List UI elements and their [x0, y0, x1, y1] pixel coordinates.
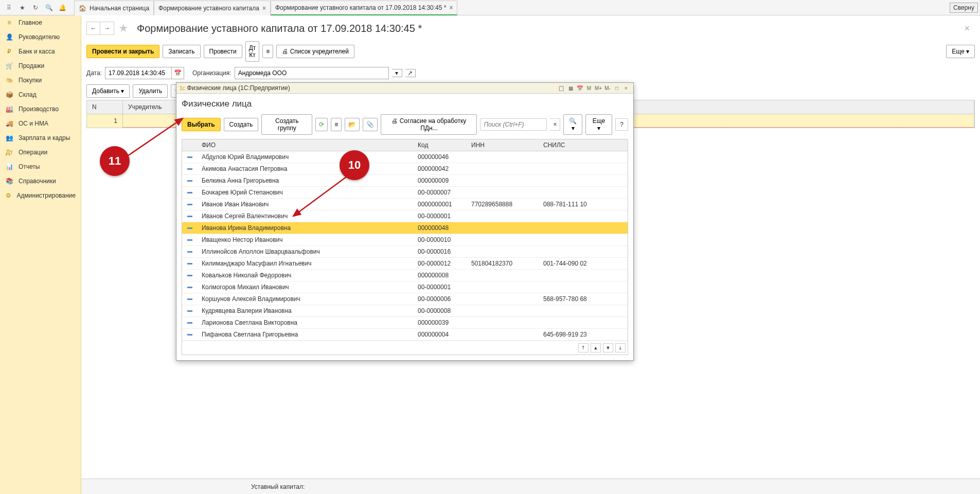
- date-picker-button[interactable]: 📅: [172, 67, 184, 79]
- nav-reports[interactable]: 📊Отчеты: [0, 160, 81, 174]
- table-row[interactable]: ▬ Ковальков Николай Федорович 000000008: [182, 270, 628, 281]
- table-row[interactable]: ▬ Белкина Анна Григорьевна 000000009: [182, 175, 628, 187]
- date-input[interactable]: [105, 67, 172, 79]
- scroll-down-button[interactable]: ▼: [603, 343, 613, 352]
- clear-search-button[interactable]: ×: [550, 118, 560, 131]
- table-row[interactable]: ▬ Иванов Сергей Валентинович 00-0000001: [182, 210, 628, 222]
- table-row[interactable]: ▬ Бочкарев Юрий Степанович 00-0000007: [182, 187, 628, 199]
- persons-table: ФИО Код ИНН СНИЛС ▬ Абдулов Юрий Владими…: [182, 139, 628, 355]
- save-button[interactable]: Записать: [163, 45, 200, 58]
- header-fio[interactable]: ФИО: [198, 139, 414, 151]
- founders-list-button[interactable]: 🖨 Список учредителей: [276, 45, 354, 58]
- cal-icon[interactable]: 📅: [576, 85, 584, 91]
- back-button[interactable]: ←: [87, 22, 100, 34]
- table-row[interactable]: ▬ Абдулов Юрий Владимирович 000000046: [182, 151, 628, 163]
- more-button[interactable]: Еще ▾: [946, 45, 975, 58]
- table-row[interactable]: ▬ Иванов Иван Иванович 0000000001 770289…: [182, 199, 628, 210]
- apps-icon[interactable]: ⠿: [2, 1, 15, 15]
- table-row[interactable]: ▬ Иллинойсов Аполлон Шварцваальфович 00-…: [182, 246, 628, 258]
- close-icon[interactable]: ×: [449, 4, 453, 11]
- table-row[interactable]: ▬ Иващенко Нестор Иванович 00-0000010: [182, 234, 628, 246]
- scroll-bottom-button[interactable]: ⤓: [615, 343, 626, 352]
- search-input[interactable]: [480, 118, 547, 131]
- table-row[interactable]: ▬ Колмогоров Михаил Иванович 00-0000001: [182, 281, 628, 293]
- collapse-button[interactable]: Сверну: [950, 3, 978, 13]
- post-button[interactable]: Провести: [204, 45, 242, 58]
- list-body[interactable]: ▬ Абдулов Юрий Владимирович 000000046 ▬ …: [182, 151, 628, 341]
- post-close-button[interactable]: Провести и закрыть: [86, 45, 159, 58]
- tab-doc1[interactable]: Формирование уставного капитала ×: [154, 1, 271, 15]
- search-options-button[interactable]: 🔍 ▾: [563, 114, 582, 135]
- folder-button[interactable]: 📂: [345, 118, 360, 131]
- nav-label: Руководителю: [19, 33, 60, 41]
- bell-icon[interactable]: 🔔: [56, 1, 69, 15]
- m-minus-icon[interactable]: M-: [603, 85, 612, 91]
- tab-home[interactable]: 🏠 Начальная страница: [74, 1, 154, 15]
- calc-icon[interactable]: 📋: [557, 85, 565, 91]
- popup-more-button[interactable]: Еще ▾: [585, 114, 613, 135]
- cell-snils: [539, 270, 628, 281]
- scroll-up-button[interactable]: ▲: [591, 343, 601, 352]
- maximize-icon[interactable]: □: [613, 85, 621, 91]
- add-button[interactable]: Добавить ▾: [86, 84, 130, 98]
- select-button[interactable]: Выбрать: [182, 118, 221, 131]
- dt-kt-button[interactable]: ДтКт: [245, 41, 260, 62]
- nav-purchases[interactable]: 🛍Покупки: [0, 73, 81, 87]
- favorite-icon[interactable]: ★: [118, 22, 129, 35]
- create-button[interactable]: Создать: [224, 118, 259, 131]
- header-snils[interactable]: СНИЛС: [539, 139, 628, 151]
- table-row[interactable]: ▬ Килиманджаро Масуфаил Игнатьевич 00-00…: [182, 258, 628, 270]
- cell-fio: Килиманджаро Масуфаил Игнатьевич: [198, 258, 414, 269]
- close-icon[interactable]: ×: [262, 5, 266, 12]
- nav-production[interactable]: 🏭Производство: [0, 102, 81, 116]
- nav-admin[interactable]: ⚙Администрирование: [0, 188, 81, 203]
- delete-button[interactable]: Удалить: [133, 84, 168, 98]
- gear-icon: ⚙: [5, 192, 12, 199]
- help-button[interactable]: ?: [615, 118, 628, 131]
- dt-icon: Дт: [5, 149, 13, 156]
- table-row[interactable]: ▬ Акимова Анастасия Петровна 000000042: [182, 163, 628, 175]
- list-button[interactable]: ≡: [262, 45, 273, 58]
- m-plus-icon[interactable]: M+: [594, 85, 602, 91]
- nav-manager[interactable]: 👤Руководителю: [0, 30, 81, 44]
- nav-operations[interactable]: ДтОперации: [0, 145, 81, 160]
- create-group-button[interactable]: Создать группу: [261, 114, 312, 135]
- list-view-button[interactable]: ≡: [331, 118, 342, 131]
- header-inn[interactable]: ИНН: [467, 139, 539, 151]
- org-dropdown-button[interactable]: ▾: [392, 69, 402, 77]
- popup-title-bar[interactable]: 1с Физические лица (1C:Предприятие) 📋 ▦ …: [176, 83, 633, 94]
- cell-fio: Ковальков Николай Федорович: [198, 270, 414, 281]
- consent-button[interactable]: 🖨 Согласие на обработку ПДн...: [381, 114, 477, 135]
- nav-hr[interactable]: 👥Зарплата и кадры: [0, 131, 81, 145]
- org-open-button[interactable]: ↗: [405, 69, 416, 77]
- grid-icon[interactable]: ▦: [566, 85, 575, 91]
- scroll-top-button[interactable]: ⤒: [578, 343, 589, 352]
- m-icon[interactable]: M: [585, 85, 593, 91]
- table-row[interactable]: ▬ Коршунов Алексей Владимирович 00-00000…: [182, 293, 628, 305]
- item-icon: ▬: [182, 151, 198, 163]
- nav-main[interactable]: ≡Главное: [0, 15, 81, 30]
- table-row[interactable]: ▬ Кудрявцева Валерия Ивановна 00-0000008: [182, 305, 628, 317]
- close-page-button[interactable]: ×: [959, 23, 975, 34]
- nav-assets[interactable]: 🚚ОС и НМА: [0, 116, 81, 131]
- table-row[interactable]: ▬ Пифанова Светлана Григорьевна 00000000…: [182, 329, 628, 341]
- nav-warehouse[interactable]: 📦Склад: [0, 87, 81, 102]
- popup-close-icon[interactable]: ×: [622, 85, 630, 91]
- nav-label: Продажи: [19, 62, 44, 69]
- forward-button[interactable]: →: [100, 22, 114, 34]
- org-input[interactable]: [235, 67, 389, 79]
- search-icon[interactable]: 🔍: [42, 1, 56, 15]
- table-row[interactable]: ▬ Иванова Ирина Владимировна 000000048: [182, 222, 628, 234]
- cell-fio: Иванова Ирина Владимировна: [198, 222, 414, 234]
- star-icon[interactable]: ★: [15, 1, 29, 15]
- header-code[interactable]: Код: [414, 139, 467, 151]
- nav-bank[interactable]: ₽Банк и касса: [0, 44, 81, 59]
- attach-button[interactable]: 📎: [363, 118, 378, 131]
- nav-catalogs[interactable]: 📚Справочники: [0, 174, 81, 188]
- table-row[interactable]: ▬ Ларионова Светлана Викторовна 00000003…: [182, 317, 628, 329]
- history-icon[interactable]: ↻: [29, 1, 42, 15]
- refresh-button[interactable]: ⟳: [315, 118, 328, 131]
- tab-doc2[interactable]: Формирование уставного капитала от 17.09…: [271, 1, 458, 15]
- nav-sales[interactable]: 🛒Продажи: [0, 59, 81, 73]
- books-icon: 📚: [5, 178, 13, 185]
